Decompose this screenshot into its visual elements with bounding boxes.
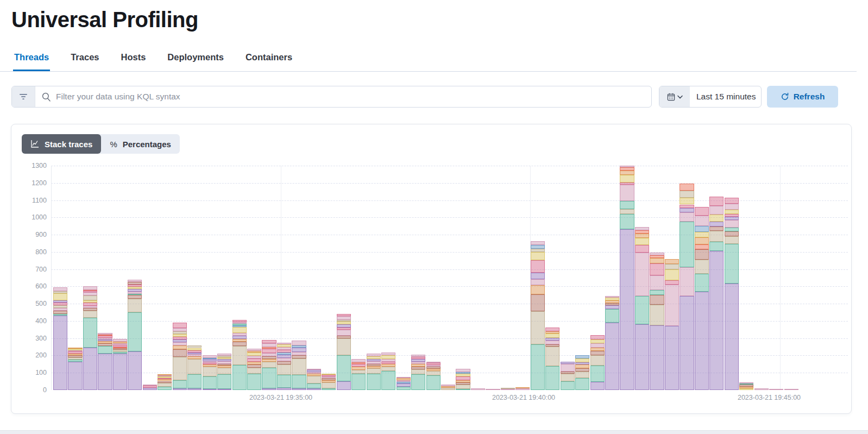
bar-segment-orange (650, 258, 664, 263)
stacked-bar[interactable] (68, 348, 82, 390)
bar-segment-pink (725, 214, 739, 217)
stacked-bar[interactable] (351, 359, 366, 390)
refresh-icon (781, 92, 789, 101)
stacked-bar[interactable] (754, 388, 769, 390)
tab-containers[interactable]: Containers (244, 51, 293, 71)
refresh-button[interactable]: Refresh (767, 86, 838, 108)
stacked-bar[interactable] (739, 382, 753, 390)
add-filter-button[interactable] (12, 86, 35, 107)
stacked-bar[interactable] (83, 286, 97, 390)
stacked-bar[interactable] (113, 339, 127, 390)
bar-segment-pink (203, 363, 217, 364)
stacked-bar[interactable] (590, 335, 605, 390)
stacked-bar[interactable] (262, 340, 276, 390)
stacked-bar[interactable] (277, 343, 291, 390)
stacked-bar[interactable] (232, 320, 247, 390)
stacked-bar[interactable] (307, 369, 321, 390)
bar-segment-brown (217, 364, 231, 366)
stacked-bar[interactable] (620, 166, 634, 390)
stacked-bar[interactable] (501, 388, 515, 390)
bar-segment-brown (709, 227, 724, 231)
stacked-bar[interactable] (784, 389, 798, 390)
bar-segment-purple (680, 296, 694, 390)
stacked-bar[interactable] (367, 354, 381, 390)
stacked-bar[interactable] (187, 345, 202, 390)
stacked-bar[interactable] (635, 227, 649, 390)
bar-segment-tan (232, 346, 247, 365)
stacked-bar[interactable] (426, 362, 441, 390)
stacked-bar[interactable] (381, 353, 395, 390)
bar-segment-tan (590, 355, 605, 366)
bar-segment-mauve (247, 356, 261, 358)
bar-segment-tan (247, 368, 261, 374)
stacked-bar[interactable] (158, 374, 172, 390)
stacked-bar[interactable] (545, 328, 559, 390)
bar-segment-yellow (381, 355, 395, 358)
stacked-bar[interactable] (247, 349, 261, 390)
stacked-bar[interactable] (53, 287, 67, 390)
tab-deployments[interactable]: Deployments (166, 51, 225, 71)
stacked-bar[interactable] (173, 323, 187, 390)
stacked-bar[interactable] (695, 207, 709, 390)
bar-segment-brown (456, 382, 470, 385)
stacked-bar[interactable] (561, 362, 575, 390)
bar-segment-pink (650, 263, 664, 275)
stacked-bar[interactable] (411, 355, 425, 390)
tab-traces[interactable]: Traces (70, 51, 100, 71)
bar-segment-mauve (665, 285, 679, 326)
tab-hosts[interactable]: Hosts (119, 51, 147, 71)
stack-traces-panel: Stack traces % Percentages 0100200300400… (11, 124, 852, 414)
bar-segment-purple (292, 348, 306, 352)
quick-select-button[interactable] (659, 86, 690, 107)
bar-segment-purple (277, 355, 291, 358)
bar-segment-tan (337, 320, 351, 322)
toggle-stack-traces[interactable]: Stack traces (22, 134, 101, 154)
stacked-bar[interactable] (98, 333, 112, 390)
stacked-bar[interactable] (128, 280, 142, 390)
bar-segment-red (635, 230, 649, 234)
tab-threads[interactable]: Threads (13, 51, 50, 71)
stack-traces-chart: 0100200300400500600700800900100011001200… (51, 166, 848, 406)
bar-segment-tan (381, 367, 395, 371)
stacked-bar[interactable] (486, 389, 500, 390)
bar-segment-tan (351, 370, 366, 373)
toggle-percentages[interactable]: % Percentages (101, 134, 180, 154)
stacked-bar[interactable] (665, 259, 679, 390)
chart-mode-toggle: Stack traces % Percentages (22, 134, 180, 154)
bar-segment-green (247, 374, 261, 390)
stacked-bar[interactable] (725, 198, 739, 390)
bar-segment-purple (590, 382, 605, 390)
stacked-bar[interactable] (397, 377, 411, 390)
stacked-bar[interactable] (143, 385, 157, 390)
bar-segment-tan (501, 388, 515, 389)
stacked-bar[interactable] (769, 389, 783, 390)
bar-segment-tan (709, 231, 724, 242)
stacked-bar[interactable] (531, 241, 545, 390)
stacked-bar[interactable] (217, 354, 231, 390)
stacked-bar[interactable] (456, 369, 470, 390)
bar-segment-pink (590, 335, 605, 339)
stacked-bar[interactable] (575, 355, 589, 390)
stacked-bar[interactable] (605, 296, 619, 390)
bar-segment-orange (456, 380, 470, 383)
stacked-bar[interactable] (292, 341, 306, 390)
stacked-bar[interactable] (322, 374, 336, 390)
stacked-bar[interactable] (471, 388, 485, 390)
time-range-value[interactable]: Last 15 minutes (690, 86, 761, 107)
bar-segment-tan (83, 311, 97, 318)
stacked-bar[interactable] (203, 355, 217, 390)
bar-segment-mauve (769, 389, 783, 390)
bar-segment-mauve (322, 376, 336, 378)
stacked-bar[interactable] (709, 197, 724, 390)
stacked-bar[interactable] (337, 314, 351, 390)
bar-segment-red (620, 167, 634, 171)
stacked-bar[interactable] (515, 388, 530, 390)
toggle-stack-traces-label: Stack traces (45, 140, 92, 149)
bar-segment-mauve (411, 362, 425, 364)
stacked-bar[interactable] (680, 184, 694, 390)
kql-search-input[interactable] (56, 92, 645, 102)
bar-segment-pink (53, 303, 67, 306)
stacked-bar[interactable] (650, 253, 664, 390)
stacked-bar[interactable] (441, 385, 455, 390)
search-icon (42, 92, 51, 102)
